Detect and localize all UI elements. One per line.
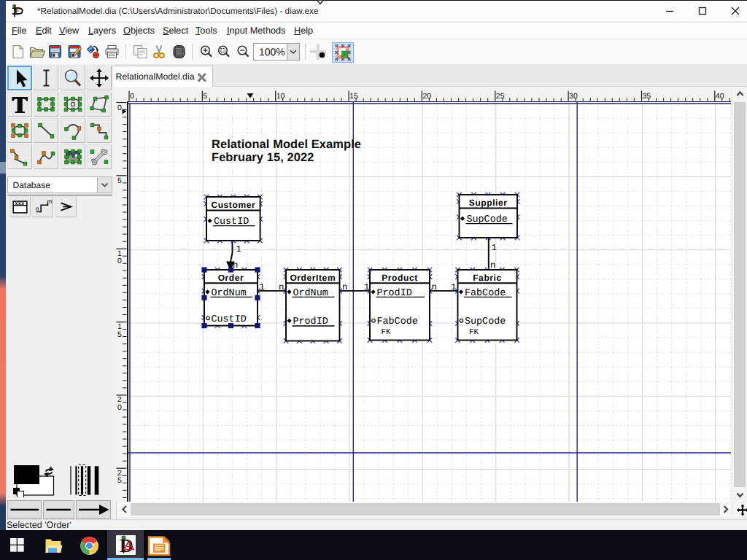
svg-text:n: n bbox=[490, 260, 495, 270]
svg-text:30: 30 bbox=[569, 92, 578, 101]
svg-text:Product: Product bbox=[382, 273, 418, 283]
svg-text:Supplier: Supplier bbox=[469, 198, 508, 208]
svg-text:Customer: Customer bbox=[211, 200, 255, 210]
svg-text:20: 20 bbox=[422, 92, 431, 101]
svg-text:FK: FK bbox=[469, 327, 479, 336]
svg-text:n: n bbox=[342, 282, 347, 292]
svg-text:Order: Order bbox=[218, 273, 244, 283]
svg-text:0: 0 bbox=[117, 403, 122, 412]
svg-text:1: 1 bbox=[260, 281, 265, 292]
svg-text:0: 0 bbox=[117, 104, 122, 112]
svg-text:35: 35 bbox=[643, 92, 651, 101]
svg-text:Relational Model Example: Relational Model Example bbox=[212, 138, 361, 151]
svg-text:15: 15 bbox=[349, 92, 358, 101]
svg-text:SupCode: SupCode bbox=[465, 316, 506, 327]
svg-text:1: 1 bbox=[364, 281, 369, 292]
svg-text:Fabric: Fabric bbox=[473, 273, 502, 283]
svg-text:10: 10 bbox=[276, 92, 285, 101]
svg-text:1: 1 bbox=[236, 244, 241, 254]
svg-text:n: n bbox=[35, 205, 39, 211]
svg-text:0: 0 bbox=[130, 92, 134, 101]
svg-text:5: 5 bbox=[203, 92, 207, 101]
svg-text:25: 25 bbox=[496, 92, 505, 101]
svg-text:FabCode: FabCode bbox=[377, 316, 418, 327]
svg-text:0: 0 bbox=[117, 257, 122, 265]
svg-text:February 15, 2022: February 15, 2022 bbox=[212, 151, 314, 164]
svg-text:FK: FK bbox=[382, 327, 391, 336]
svg-text:5: 5 bbox=[117, 476, 122, 485]
svg-text:n: n bbox=[279, 282, 284, 292]
svg-text:1: 1 bbox=[451, 281, 456, 292]
svg-text:m: m bbox=[47, 198, 52, 204]
svg-text:5: 5 bbox=[117, 330, 122, 339]
svg-text:40: 40 bbox=[716, 92, 724, 101]
svg-text:n: n bbox=[432, 282, 437, 292]
svg-text:1: 1 bbox=[492, 243, 497, 253]
svg-text:5: 5 bbox=[117, 176, 122, 185]
svg-text:xxx: xxx bbox=[15, 201, 24, 206]
svg-text:OrderItem: OrderItem bbox=[290, 273, 336, 283]
